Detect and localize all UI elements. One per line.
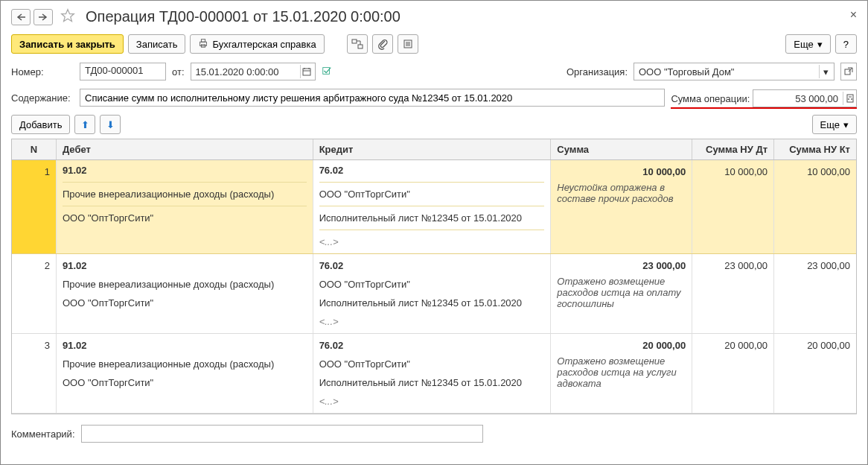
svg-rect-15 bbox=[845, 69, 850, 75]
number-input[interactable]: ТД00-000001 bbox=[80, 63, 166, 80]
entries-table: N Дебет Кредит Сумма Сумма НУ Дт Сумма Н… bbox=[11, 139, 857, 414]
svg-rect-16 bbox=[847, 95, 853, 102]
org-value: ООО "Торговый Дом" bbox=[639, 66, 819, 78]
calc-icon[interactable] bbox=[843, 92, 856, 105]
save-button[interactable]: Записать bbox=[128, 34, 186, 54]
svg-rect-10 bbox=[303, 69, 310, 75]
table-row[interactable]: 191.02Прочие внереализационные доходы (р… bbox=[12, 160, 856, 254]
move-down-button[interactable]: ⬇ bbox=[100, 115, 121, 134]
cell-nukt: 23 000,00 bbox=[774, 254, 856, 333]
sum-input[interactable]: 53 000,00 bbox=[753, 92, 843, 106]
print-icon bbox=[198, 38, 208, 51]
svg-rect-5 bbox=[358, 45, 363, 48]
svg-rect-4 bbox=[352, 39, 357, 43]
dt-kt-icon-button[interactable] bbox=[347, 34, 368, 54]
more-button[interactable]: Еще ▾ bbox=[785, 34, 830, 54]
window-title: Операция ТД00-000001 от 15.01.2020 0:00:… bbox=[86, 8, 401, 25]
add-button[interactable]: Добавить bbox=[11, 115, 70, 134]
content-label: Содержание: bbox=[11, 92, 74, 104]
help-button[interactable]: ? bbox=[835, 34, 857, 54]
svg-point-18 bbox=[848, 99, 849, 100]
list-icon-button[interactable] bbox=[398, 34, 418, 54]
nav-forward-button[interactable] bbox=[33, 9, 53, 25]
sum-label: Сумма операции: bbox=[671, 93, 750, 104]
cell-nukt: 20 000,00 bbox=[774, 334, 856, 413]
flag-icon[interactable] bbox=[322, 66, 332, 78]
move-up-button[interactable]: ⬆ bbox=[74, 115, 95, 134]
chevron-down-icon[interactable]: ▾ bbox=[819, 65, 832, 78]
table-row[interactable]: 391.02Прочие внереализационные доходы (р… bbox=[12, 334, 856, 414]
cell-sum: 10 000,00Неустойка отражена в составе пр… bbox=[551, 160, 692, 253]
cell-credit: 76.02ООО "ОптТоргСити"Исполнительный лис… bbox=[313, 160, 552, 253]
more-button-2[interactable]: Еще ▾ bbox=[812, 115, 857, 134]
chevron-down-icon: ▾ bbox=[843, 119, 849, 130]
date-value: 15.01.2020 0:00:00 bbox=[196, 66, 279, 78]
report-button[interactable]: Бухгалтерская справка bbox=[190, 34, 324, 54]
svg-point-19 bbox=[851, 99, 852, 100]
report-button-label: Бухгалтерская справка bbox=[212, 39, 316, 50]
from-label: от: bbox=[172, 66, 185, 78]
cell-sum: 20 000,00Отражено возмещение расходов ис… bbox=[551, 334, 692, 413]
cell-nukt: 10 000,00 bbox=[774, 160, 856, 253]
col-credit[interactable]: Кредит bbox=[313, 139, 552, 159]
col-nudt[interactable]: Сумма НУ Дт bbox=[692, 139, 774, 159]
cell-n: 3 bbox=[12, 334, 57, 413]
svg-marker-0 bbox=[62, 10, 74, 22]
cell-debit: 91.02Прочие внереализационные доходы (ра… bbox=[57, 160, 313, 253]
cell-sum: 23 000,00Отражено возмещение расходов ис… bbox=[551, 254, 692, 333]
col-debit[interactable]: Дебет bbox=[57, 139, 313, 159]
cell-debit: 91.02Прочие внереализационные доходы (ра… bbox=[57, 334, 313, 413]
comment-input[interactable] bbox=[81, 425, 483, 443]
cell-n: 1 bbox=[12, 160, 57, 253]
chevron-down-icon: ▾ bbox=[817, 39, 823, 50]
cell-nudt: 10 000,00 bbox=[692, 160, 774, 253]
table-row[interactable]: 291.02Прочие внереализационные доходы (р… bbox=[12, 254, 856, 334]
cell-credit: 76.02ООО "ОптТоргСити"Исполнительный лис… bbox=[313, 254, 552, 333]
comment-label: Комментарий: bbox=[11, 428, 75, 440]
date-input[interactable]: 15.01.2020 0:00:00 bbox=[191, 63, 316, 80]
attach-icon-button[interactable] bbox=[372, 34, 393, 54]
cell-credit: 76.02ООО "ОптТоргСити"Исполнительный лис… bbox=[313, 334, 552, 413]
col-n[interactable]: N bbox=[12, 139, 57, 159]
open-ref-icon[interactable] bbox=[840, 63, 857, 80]
cell-nudt: 23 000,00 bbox=[692, 254, 774, 333]
cell-debit: 91.02Прочие внереализационные доходы (ра… bbox=[57, 254, 313, 333]
close-button[interactable]: × bbox=[850, 8, 857, 22]
cell-n: 2 bbox=[12, 254, 57, 333]
col-sum[interactable]: Сумма bbox=[551, 139, 692, 159]
save-close-button[interactable]: Записать и закрыть bbox=[11, 34, 124, 54]
org-label: Организация: bbox=[567, 66, 628, 78]
calendar-icon[interactable] bbox=[300, 65, 313, 78]
number-label: Номер: bbox=[11, 66, 74, 78]
nav-back-button[interactable] bbox=[11, 9, 31, 25]
content-input[interactable] bbox=[80, 89, 665, 107]
org-input[interactable]: ООО "Торговый Дом" ▾ bbox=[634, 63, 835, 80]
cell-nudt: 20 000,00 bbox=[692, 334, 774, 413]
col-nukt[interactable]: Сумма НУ Кт bbox=[774, 139, 856, 159]
svg-rect-2 bbox=[202, 39, 205, 42]
star-icon[interactable] bbox=[60, 8, 75, 25]
more-label: Еще bbox=[794, 39, 813, 50]
more-label-2: Еще bbox=[820, 119, 840, 130]
